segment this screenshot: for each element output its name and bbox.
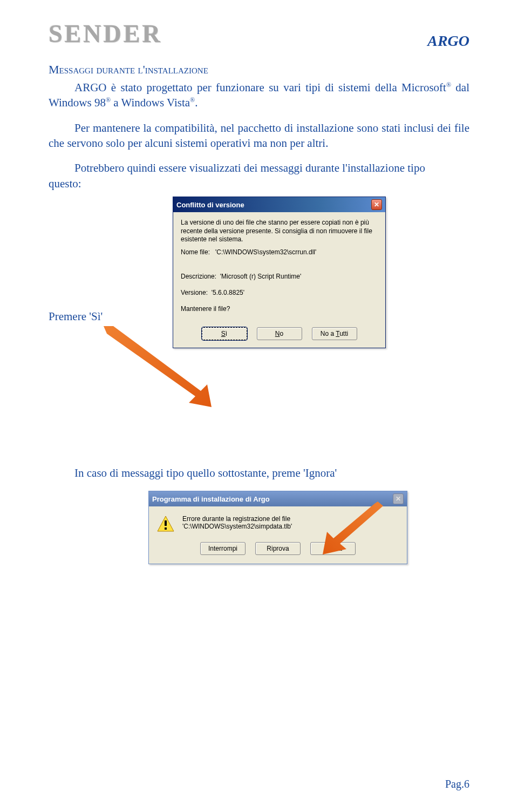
retry-button[interactable]: Riprova (255, 542, 301, 555)
dialog1-body: La versione di uno dei file che stanno p… (173, 212, 385, 322)
dialog1-title: Conflitto di versione (176, 201, 244, 209)
reg3: ® (190, 96, 195, 104)
section-heading: Messaggi durante l'installazione (49, 63, 469, 77)
svg-rect-2 (165, 520, 167, 526)
paragraph-3: Potrebbero quindi essere visualizzati de… (49, 160, 469, 191)
dialog2-message: Errore durante la registrazione del file… (182, 515, 399, 530)
no-button[interactable]: No (257, 327, 302, 340)
p1-dot: . (195, 96, 197, 109)
paragraph-2: Per mantenere la compatibilità, nel pacc… (49, 120, 469, 151)
ignore-button[interactable]: Ignora (310, 542, 356, 555)
dialog2-buttons: Interrompi Riprova Ignora (149, 538, 407, 564)
filename-value: 'C:\WINDOWS\system32\scrrun.dll' (215, 248, 316, 256)
svg-rect-3 (165, 527, 167, 530)
dialog1-area: Premere 'Sì' Conflitto di versione ✕ La … (49, 197, 469, 445)
argo-brand: ARGO (427, 32, 469, 50)
close-icon[interactable]: ✕ (393, 493, 404, 504)
paragraph-4: In caso di messaggi tipo quello sottosta… (49, 466, 469, 480)
desc-row: Descrizione: 'Microsoft (r) Script Runti… (181, 273, 378, 281)
install-error-dialog: Programma di installazione di Argo ✕ Err… (148, 491, 407, 564)
no-all-button[interactable]: No a Tutti (312, 327, 357, 340)
yes-button[interactable]: Sì (202, 327, 247, 340)
ver-value: '5.6.0.8825' (212, 289, 244, 296)
abort-button[interactable]: Interrompi (200, 542, 246, 555)
dialog1-message: La versione di uno dei file che stanno p… (181, 219, 378, 244)
dialog2-title: Programma di installazione di Argo (152, 495, 270, 503)
dialog2-area: Programma di installazione di Argo ✕ Err… (49, 491, 469, 599)
close-icon[interactable]: ✕ (371, 199, 382, 210)
dialog2-titlebar: Programma di installazione di Argo ✕ (149, 491, 407, 506)
dialog1-buttons: Sì No No a Tutti (173, 322, 385, 348)
filename-row: Nome file: 'C:\WINDOWS\system32\scrrun.d… (181, 248, 378, 257)
p3-line1: Potrebbero quindi essere visualizzati de… (49, 160, 425, 175)
dialog1-titlebar: Conflitto di versione ✕ (173, 197, 385, 212)
filename-label: Nome file: (181, 248, 210, 256)
sender-logo: SENDER (49, 22, 469, 46)
ver-label: Versione: (181, 289, 208, 296)
paragraph-1: ARGO è stato progettato per funzionare s… (49, 80, 469, 111)
press-yes-label: Premere 'Sì' (49, 310, 103, 323)
noall-u: T (336, 330, 339, 337)
no-u: N (275, 330, 280, 337)
p1-text: ARGO è stato progettato per funzionare s… (74, 81, 446, 94)
ver-row: Versione: '5.6.0.8825' (181, 289, 378, 297)
yes-u: S (221, 330, 226, 337)
warning-icon (156, 515, 175, 533)
reg2: ® (106, 96, 111, 104)
p1-text3: a Windows Vista (111, 96, 190, 109)
desc-value: 'Microsoft (r) Script Runtime' (220, 273, 302, 280)
page-number: Pag.6 (445, 778, 469, 790)
reg1: ® (446, 81, 451, 89)
p3-line2: questo: (49, 177, 81, 190)
dialog2-body: Errore durante la registrazione del file… (149, 506, 407, 538)
keep-file-question: Mantenere il file? (181, 305, 378, 314)
desc-label: Descrizione: (181, 273, 216, 280)
version-conflict-dialog: Conflitto di versione ✕ La versione di u… (173, 197, 386, 348)
